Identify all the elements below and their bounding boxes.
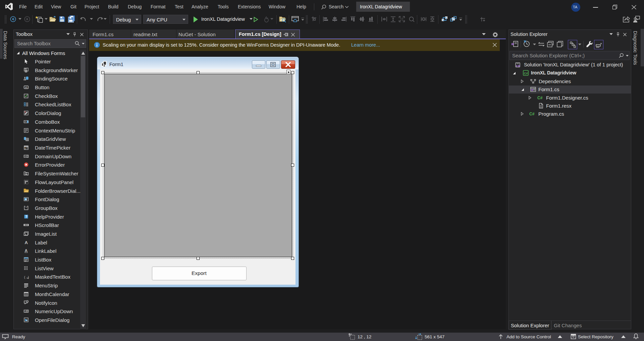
svg-text:?: ? [25,215,28,219]
svg-text:A: A [25,240,28,245]
svg-text:ab: ab [25,86,28,89]
svg-text:C#: C# [537,96,543,100]
svg-text:C#: C# [524,72,528,75]
svg-text:(.): (.) [24,276,29,279]
svg-text:2: 2 [27,300,28,302]
svg-text:A: A [25,198,27,201]
svg-text:C#: C# [529,112,535,116]
svg-text:xy: xy [25,206,28,208]
svg-text:12: 12 [24,310,27,312]
